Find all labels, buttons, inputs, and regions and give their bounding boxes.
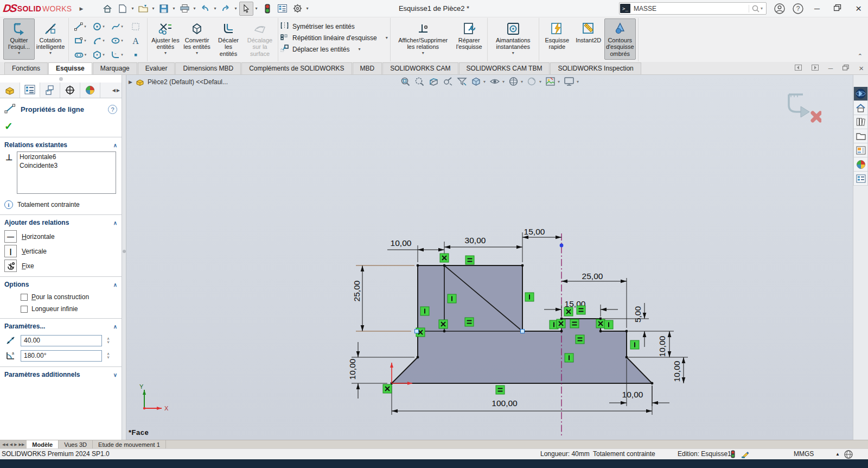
mirror-entities-button[interactable]: Symétriser les entités — [280, 22, 388, 31]
status-sketch-edit-icon[interactable] — [741, 450, 750, 460]
view-settings-monitor-icon[interactable] — [564, 77, 575, 86]
trim-entities-button[interactable]: Ajuster les entités ▾ — [150, 18, 181, 60]
length-input[interactable]: 40.00 — [21, 335, 102, 346]
relation-badge-horizontal[interactable] — [465, 318, 474, 326]
relation-badge-horizontal[interactable] — [570, 319, 579, 328]
appearances-caret[interactable]: ▾ — [539, 79, 541, 84]
magnified-selection-icon[interactable] — [443, 77, 453, 86]
home-button[interactable] — [100, 2, 114, 16]
repair-sketch-button[interactable]: Réparer l'esquisse — [454, 18, 485, 60]
new-document-caret[interactable]: ▾ — [131, 6, 135, 11]
scene-caret[interactable]: ▾ — [558, 79, 560, 84]
relation-badge-coincident[interactable] — [439, 320, 448, 328]
save-button[interactable] — [157, 2, 171, 16]
select-tool-caret[interactable]: ▾ — [254, 6, 259, 11]
tab-motion-study[interactable]: Etude de mouvement 1 — [93, 440, 166, 448]
print-caret[interactable]: ▾ — [193, 6, 197, 11]
tab-configurations[interactable] — [40, 83, 60, 98]
relation-badge-coincident[interactable] — [596, 319, 605, 328]
relation-badge-coincident[interactable] — [440, 254, 449, 262]
relation-badge-vertical[interactable] — [448, 294, 456, 303]
dimension-label[interactable]: 5,00 — [633, 306, 642, 323]
restore-button[interactable] — [834, 4, 841, 13]
panel-grip[interactable] — [0, 75, 122, 83]
dimension-label[interactable]: 100,00 — [492, 399, 518, 408]
angle-input[interactable]: 180.00° — [21, 350, 102, 362]
display-style-icon[interactable] — [471, 77, 481, 86]
options-gear-button[interactable] — [291, 2, 305, 16]
relation-badge-horizontal[interactable] — [576, 335, 584, 344]
parameters-collapse-icon[interactable]: ∧ — [113, 324, 117, 330]
ok-button[interactable]: ✓ — [4, 121, 13, 132]
confirm-cancel-icon[interactable] — [813, 113, 820, 121]
tab-model[interactable]: Modèle — [27, 440, 59, 448]
menu-expand-arrow[interactable]: ▶ — [79, 6, 83, 11]
relation-badge-coincident[interactable] — [564, 307, 573, 316]
file-explorer-icon[interactable] — [853, 129, 868, 143]
dimension-label[interactable]: 25,00 — [352, 280, 361, 301]
dock-left-icon[interactable] — [795, 65, 802, 72]
tab-3d-views[interactable]: Vues 3D — [59, 440, 93, 448]
add-horizontal-button[interactable]: — Horizontale — [0, 229, 122, 244]
close-button[interactable]: × — [856, 6, 861, 11]
arc-tool[interactable]: ▾ — [90, 34, 108, 48]
length-spinner[interactable]: ∧∨ — [105, 337, 110, 344]
convert-entities-button[interactable]: Convertir les entités ▾ — [181, 18, 213, 60]
infinite-length-checkbox[interactable] — [21, 306, 28, 313]
relations-listbox[interactable]: Horizontale6 Coincidente3 — [17, 151, 116, 194]
breadcrumb-expand-icon[interactable]: ▶ — [129, 79, 132, 85]
search-submit[interactable]: ▾ — [749, 5, 765, 12]
relation-badge-horizontal[interactable] — [496, 385, 505, 394]
file-properties-button[interactable] — [276, 2, 290, 16]
dimension-label[interactable]: 10,00 — [348, 358, 357, 380]
ribbon-tab-dimensions-mbd[interactable]: Dimensions MBD — [175, 62, 241, 74]
ellipse-tool[interactable]: ▾ — [108, 34, 126, 48]
exit-sketch-button[interactable]: Quitter l'esqui... ▾ — [3, 18, 35, 60]
options-collapse-icon[interactable]: ∧ — [113, 282, 117, 288]
appearances-scenes-icon[interactable] — [853, 157, 868, 172]
tab-property-manager[interactable] — [20, 83, 40, 98]
linear-pattern-button[interactable]: Répétition linéaire d'esquisse ▾ — [280, 33, 388, 42]
doc-minimize-icon[interactable]: ─ — [828, 65, 833, 72]
tab-last-icon[interactable]: ▶▶ — [19, 442, 25, 447]
relation-badge-coincident[interactable] — [383, 384, 392, 393]
instant2d-button[interactable]: Instant2D — [573, 18, 604, 60]
custom-properties-icon[interactable] — [853, 172, 868, 186]
ribbon-tab-esquisse[interactable]: Esquisse — [48, 62, 92, 74]
graphics-viewport[interactable]: ▶ Pièce2 (Default) <<Defaul... ▾ ▾ ▾ ▾ ▾… — [126, 75, 853, 440]
breadcrumb[interactable]: ▶ Pièce2 (Default) <<Defaul... — [129, 78, 228, 86]
search-input[interactable]: MASSE — [634, 5, 749, 12]
zoom-fit-icon[interactable] — [400, 77, 411, 86]
relation-badge-vertical[interactable] — [420, 307, 429, 315]
relation-badge-vertical[interactable] — [604, 320, 613, 329]
options-caret[interactable]: ▾ — [306, 6, 310, 11]
relation-badge-horizontal[interactable] — [465, 256, 474, 264]
relation-badge-vertical[interactable] — [525, 293, 534, 301]
centerline-endpoint[interactable] — [560, 244, 564, 248]
redo-button[interactable] — [219, 2, 233, 16]
convert-caret[interactable]: ▾ — [196, 51, 198, 56]
dimension-label[interactable]: 10,00 — [672, 361, 681, 382]
dock-right-icon[interactable] — [812, 65, 819, 72]
new-document-button[interactable] — [116, 2, 130, 16]
linear-pattern-caret[interactable]: ▾ — [386, 35, 388, 40]
construction-checkbox[interactable] — [21, 294, 28, 301]
additional-parameters-header[interactable]: Paramètres additionnels ∨ — [0, 367, 122, 381]
scene-icon[interactable] — [545, 77, 556, 86]
text-tool[interactable]: A — [126, 34, 145, 48]
ribbon-tab-fonctions[interactable]: Fonctions — [4, 62, 48, 74]
display-relations-caret[interactable]: ▾ — [422, 51, 424, 56]
offset-entities-button[interactable]: Décaler les entités — [213, 18, 244, 60]
ribbon-tab-solidworks-cam-tbm[interactable]: SOLIDWORKS CAM TBM — [459, 62, 550, 74]
circle-tool[interactable]: ▾ — [90, 20, 108, 34]
section-view-icon[interactable] — [429, 77, 439, 86]
dimension-label[interactable]: 30,00 — [465, 236, 486, 245]
dimension-label[interactable]: 10,00 — [391, 238, 412, 248]
open-caret[interactable]: ▾ — [151, 6, 156, 11]
view-orientation-icon[interactable] — [508, 77, 519, 86]
move-entities-caret[interactable]: ▾ — [358, 47, 360, 52]
hide-show-items-icon[interactable] — [489, 77, 500, 86]
hide-show-caret[interactable]: ▾ — [502, 79, 505, 84]
home-tab-icon[interactable] — [853, 101, 868, 115]
tab-display-manager[interactable] — [80, 83, 100, 98]
